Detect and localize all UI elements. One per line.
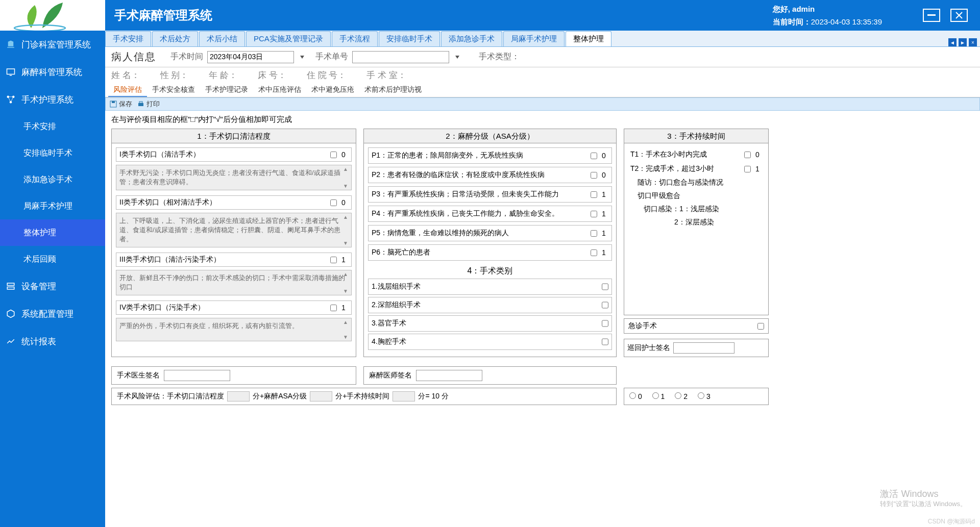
radio-3[interactable]: 3: [698, 392, 710, 400]
surg-check[interactable]: [602, 319, 608, 328]
asa-check[interactable]: [591, 230, 597, 237]
tab-pca[interactable]: PCA实施及管理记录: [246, 31, 331, 46]
print-icon: [137, 101, 144, 108]
chevron-down-icon[interactable]: [300, 56, 304, 59]
incision-check[interactable]: [330, 305, 337, 311]
tab-add-emergency[interactable]: 添加急诊手术: [441, 31, 502, 46]
scroll-icon[interactable]: ▲▼: [343, 166, 350, 189]
sidebar-item-device[interactable]: 设备管理: [0, 272, 105, 300]
subtab-safety[interactable]: 手术安全核查: [147, 83, 200, 97]
sidebar-sub-temp[interactable]: 安排临时手术: [0, 140, 105, 166]
tab-postop-rx[interactable]: 术后处方: [152, 31, 198, 46]
sidebar-sub-review[interactable]: 术后回顾: [0, 246, 105, 272]
incision-val: 0: [339, 150, 348, 159]
sidebar-item-label: 系统配置管理: [21, 308, 74, 320]
sidebar-item-label: 设备管理: [21, 281, 56, 292]
duration-check[interactable]: [744, 166, 751, 172]
emergency-check[interactable]: [757, 323, 764, 330]
sidebar-item-surgery-nursing[interactable]: 手术护理系统: [0, 86, 105, 113]
anesth-sig-input[interactable]: [416, 370, 482, 381]
tab-local-anesth[interactable]: 局麻手术护理: [503, 31, 565, 46]
greeting-label: 您好,: [773, 5, 792, 13]
incision-row-4: IV类手术切口（污染手术）1: [116, 300, 352, 315]
asa-row: P5：病情危重，生命难以维持的频死的病人1: [368, 225, 612, 241]
nurse-sig-input[interactable]: [673, 342, 734, 354]
panel-title: 3：手术持续时间: [624, 129, 768, 143]
score-incision-input[interactable]: [227, 391, 250, 401]
surgeon-signature: 手术医生签名: [111, 366, 356, 385]
subtab-risk[interactable]: 风险评估: [108, 83, 147, 97]
sidebar-sub-emergency[interactable]: 添加急诊手术: [0, 166, 105, 193]
subtab-pressure[interactable]: 术中压疮评估: [253, 83, 306, 97]
save-button[interactable]: 保存: [110, 99, 132, 109]
print-button[interactable]: 打印: [137, 99, 160, 109]
duration-check[interactable]: [744, 152, 751, 158]
sidebar-sub-arrange[interactable]: 手术安排: [0, 113, 105, 140]
asa-check[interactable]: [591, 211, 597, 217]
incision-row-2: II类手术切口（相对清洁手术）0: [116, 195, 352, 210]
surg-check[interactable]: [602, 337, 608, 346]
tab-postop-summary[interactable]: 术后小结: [199, 31, 245, 46]
chart-icon: [6, 337, 15, 346]
scroll-icon[interactable]: ▲▼: [343, 271, 350, 294]
tab-close-icon[interactable]: ×: [969, 38, 977, 46]
tab-holistic[interactable]: 整体护理: [566, 31, 611, 46]
sidebar-item-stats[interactable]: 统计报表: [0, 328, 105, 355]
close-button[interactable]: [950, 9, 968, 22]
surg-check[interactable]: [602, 300, 608, 310]
followup-label: 随访：切口愈合与感染情况: [628, 176, 764, 189]
logo: [0, 0, 105, 31]
age-label: 年 龄：: [209, 69, 237, 81]
radio-0[interactable]: 0: [629, 392, 642, 400]
asa-check[interactable]: [591, 153, 597, 159]
op-no-input[interactable]: [352, 51, 449, 63]
incision-check[interactable]: [330, 199, 337, 206]
svg-rect-1: [927, 14, 936, 16]
incision-desc-3: 开放、新鲜且不干净的伤口；前次手术感染的切口；手术中需采取消毒措施的切口▲▼: [116, 270, 352, 295]
asa-row: P2：患者有轻微的临床症状；有轻度或中度系统性疾病0: [368, 167, 612, 183]
sidebar-sub-local[interactable]: 局麻手术护理: [0, 193, 105, 219]
panel-title: 1：手术切口清洁程度: [112, 129, 356, 143]
panel-asa: 2：麻醉分级（ASA分级） P1：正常的患者；除局部病变外，无系统性疾病0 P2…: [363, 129, 617, 357]
panel-incision: 1：手术切口清洁程度 I类手术切口（清洁手术）0 手术野无污染；手术切口周边无炎…: [111, 129, 356, 357]
score-asa-input[interactable]: [310, 391, 332, 401]
subtab-nursing-rec[interactable]: 手术护理记录: [200, 83, 253, 97]
asa-check[interactable]: [591, 172, 597, 179]
asa-check[interactable]: [591, 191, 597, 198]
subtab-avoid-pressure[interactable]: 术中避免压疮: [306, 83, 359, 97]
op-time-input[interactable]: [207, 51, 294, 63]
radio-1[interactable]: 1: [652, 392, 665, 400]
sidebar-item-anesthesia[interactable]: 麻醉科管理系统: [0, 58, 105, 86]
sidebar-sub-label: 手术安排: [23, 121, 56, 132]
incision-check[interactable]: [330, 257, 337, 263]
patient-info-label: 病人信息: [111, 50, 156, 64]
scroll-icon[interactable]: ▲▼: [343, 214, 350, 246]
subtab-visit[interactable]: 术前术后护理访视: [359, 83, 427, 97]
room-label: 手 术 室：: [366, 69, 406, 81]
tab-next-icon[interactable]: ►: [959, 38, 967, 46]
sidebar-sub-label: 整体护理: [23, 228, 56, 238]
hosp-label: 住 院 号：: [307, 69, 346, 81]
incision-label: II类手术切口（相对清洁手术）: [119, 198, 216, 207]
surg-check[interactable]: [602, 282, 608, 291]
sidebar-sub-holistic[interactable]: 整体护理: [0, 219, 105, 246]
chevron-down-icon[interactable]: [455, 56, 459, 59]
surgeon-sig-input[interactable]: [164, 370, 230, 381]
infection-2-label: 2：深层感染: [628, 216, 764, 229]
asa-check[interactable]: [591, 249, 597, 256]
sidebar-item-outpatient[interactable]: 门诊科室管理系统: [0, 31, 105, 58]
patient-details: 姓 名： 性 别： 年 龄： 床 号： 住 院 号： 手 术 室：: [105, 67, 980, 83]
minimize-button[interactable]: [923, 9, 940, 22]
incision-desc-2: 上、下呼吸道，上、下消化道，泌尿生殖道或经上器官的手术；患者进行气道、食道和/或…: [116, 213, 352, 247]
tab-temp-surgery[interactable]: 安排临时手术: [379, 31, 440, 46]
sex-label: 性 别：: [160, 69, 189, 81]
scroll-icon[interactable]: ▲▼: [343, 319, 350, 340]
tab-process[interactable]: 手术流程: [332, 31, 378, 46]
tab-prev-icon[interactable]: ◄: [948, 38, 957, 46]
radio-2[interactable]: 2: [675, 392, 688, 400]
incision-label: IV类手术切口（污染手术）: [119, 303, 205, 312]
score-duration-input[interactable]: [393, 391, 415, 401]
incision-check[interactable]: [330, 152, 337, 158]
sidebar-item-config[interactable]: 系统配置管理: [0, 300, 105, 328]
tab-arrange[interactable]: 手术安排: [105, 31, 151, 46]
